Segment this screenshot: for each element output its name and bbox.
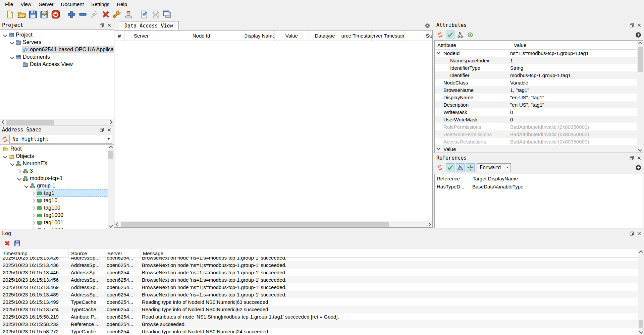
log-row[interactable]: 2025/10/23 16:15:58.219Attribute P...ope… (0, 313, 638, 320)
reference-row[interactable]: HasTypeD...BaseDataVariableType (435, 183, 643, 190)
tree-item-body[interactable]: Objects (8, 153, 108, 160)
dav-column-display-name[interactable]: Display Name (245, 31, 275, 41)
menu-item-document[interactable]: Document (57, 1, 88, 8)
log-row[interactable]: 2025/10/23 16:15:13.499TypeCacheopen6254… (0, 298, 638, 305)
remove-server-button[interactable] (77, 9, 89, 20)
dav-column-server-timestamp[interactable]: Server Timestamp (372, 31, 405, 41)
attribute-row-userrolepermissions[interactable]: UserRolePermissionsBadAttributeIdInvalid… (435, 130, 637, 138)
project-item-data-access-view[interactable]: Data Access View (0, 61, 114, 68)
tab-data-access-view[interactable]: Data Access View (119, 21, 179, 30)
menu-item-server[interactable]: Server (35, 1, 57, 8)
log-row[interactable]: 2025/10/23 16:15:13.489AddressSp...open6… (0, 291, 638, 298)
auto-update-icon[interactable] (446, 31, 454, 39)
menu-item-help[interactable]: Help (113, 1, 131, 8)
address-space-item-tag1000[interactable]: tag1000 (0, 212, 108, 219)
dav-column-server[interactable]: Server (125, 31, 158, 41)
tree-item-body[interactable]: tag10 (36, 197, 108, 204)
log-row[interactable]: 2025/10/23 16:15:58.272TypeCacheopen6254… (0, 328, 638, 335)
expander-icon[interactable] (31, 190, 36, 196)
expander-icon[interactable] (23, 183, 29, 188)
shutdown-button[interactable] (50, 9, 61, 20)
remove-document-button[interactable] (150, 9, 161, 20)
tree-item-body[interactable]: group-1 (29, 182, 108, 189)
scrollbar-thumb[interactable] (108, 151, 113, 159)
close-panel-icon[interactable] (106, 127, 112, 133)
hierarchy-icon[interactable] (456, 163, 465, 172)
clear-log-icon[interactable] (3, 239, 11, 248)
tree-item-body[interactable]: tag1 (36, 189, 108, 197)
scroll-down-icon[interactable] (637, 147, 643, 153)
expander-icon[interactable] (31, 198, 36, 203)
menu-item-view[interactable]: View (17, 1, 35, 8)
float-panel-icon[interactable] (629, 230, 635, 236)
address-space-item-neuronex[interactable]: NeuronEX (0, 160, 108, 167)
attribute-row-nodeid[interactable]: NodeIdns=1;s=modbus-tcp-1.group-1.tag1 (435, 49, 637, 57)
scroll-right-icon[interactable] (108, 119, 114, 125)
attribute-row-browsename[interactable]: BrowseName1, "tag1" (435, 86, 637, 94)
dav-column-statuscode[interactable]: Statuscode (405, 31, 433, 41)
attribute-row-userwritemask[interactable]: UserWriteMask0 (435, 116, 637, 123)
column-header-target-displayname[interactable]: Target DisplayName (470, 174, 643, 183)
tree-item-body[interactable]: Project (8, 31, 114, 39)
address-space-item-tag1002[interactable]: tag1002 (0, 226, 108, 229)
new-project-button[interactable] (4, 9, 16, 20)
expander-icon[interactable] (436, 146, 441, 152)
tree-item-body[interactable]: modbus-tcp-1 (22, 175, 108, 182)
attribute-row-displayname[interactable]: DisplayName"en-US", "tag1" (435, 94, 637, 101)
scrollbar-thumb[interactable] (638, 47, 643, 72)
expander-icon[interactable] (2, 154, 8, 159)
address-space-item-3[interactable]: 3 (0, 167, 108, 175)
log-row[interactable]: 2025/10/23 16:15:13.436AddressSp...open6… (0, 261, 638, 269)
tree-item-body[interactable]: Data Access View (22, 61, 114, 68)
log-row[interactable]: 2025/10/23 16:15:13.524TypeCacheopen6254… (0, 305, 638, 313)
add-icon[interactable] (634, 31, 643, 39)
dav-column-datatype[interactable]: Datatype (309, 31, 341, 41)
close-panel-icon[interactable] (636, 155, 642, 161)
expander-icon[interactable] (436, 50, 441, 56)
close-panel-icon[interactable] (636, 230, 642, 236)
expander-icon[interactable] (16, 168, 22, 174)
close-panel-icon[interactable] (636, 22, 642, 28)
collapse-tree-icon[interactable] (456, 31, 465, 39)
attribute-row-value[interactable]: Value (435, 145, 637, 153)
column-header-value[interactable]: Value (511, 41, 637, 49)
scroll-up-icon[interactable] (638, 249, 644, 255)
log-column-server[interactable]: Server (105, 249, 141, 257)
direction-dropdown[interactable]: Forward (477, 163, 511, 172)
float-panel-icon[interactable] (629, 155, 635, 161)
expander-icon[interactable] (31, 227, 36, 229)
tree-item-body[interactable]: tag1002 (36, 226, 108, 229)
auto-update-icon[interactable] (446, 163, 454, 172)
column-header-reference[interactable]: Reference (435, 174, 470, 183)
address-space-item-group-1[interactable]: group-1 (0, 182, 108, 189)
tree-item-body[interactable]: Servers (15, 39, 114, 46)
attribute-row-writemask[interactable]: WriteMask0 (435, 108, 637, 116)
scroll-right-icon[interactable] (427, 221, 432, 227)
address-space-item-modbus-tcp-1[interactable]: modbus-tcp-1 (0, 175, 108, 182)
address-space-item-tag1001[interactable]: tag1001 (0, 219, 108, 226)
expander-icon[interactable] (31, 205, 36, 211)
project-item-open62541-based-opc-ua-application[interactable]: open62541-based OPC UA Application (0, 46, 114, 53)
log-column-message[interactable]: Message (141, 249, 638, 257)
attribute-row-nodeclass[interactable]: NodeClassVariable (435, 79, 637, 86)
attribute-row-identifier[interactable]: Identifiermodbus-tcp-1.group-1.tag1 (435, 71, 637, 79)
scroll-left-icon[interactable] (114, 221, 120, 227)
address-space-item-tag1[interactable]: tag1 (0, 189, 108, 197)
scroll-up-icon[interactable] (108, 145, 114, 150)
log-row[interactable]: 2025/10/23 16:15:58.232Reference ...open… (0, 320, 638, 328)
disconnect-server-button[interactable] (100, 9, 111, 20)
close-panel-icon[interactable] (106, 22, 112, 28)
project-item-project[interactable]: Project (0, 31, 114, 39)
project-item-documents[interactable]: Documents (0, 53, 114, 61)
target-cross-icon[interactable] (466, 163, 475, 172)
attribute-row-description[interactable]: Description"en-US", "tag1" (435, 101, 637, 108)
scrollbar-thumb[interactable] (6, 120, 54, 125)
tree-item-body[interactable]: tag1000 (36, 212, 108, 219)
log-column-source[interactable]: Source (69, 249, 105, 257)
scroll-up-icon[interactable] (637, 41, 643, 46)
highlight-filter-dropdown[interactable]: No Highlight (9, 135, 112, 144)
refresh-icon[interactable] (436, 31, 444, 39)
address-space-item-objects[interactable]: Objects (0, 153, 108, 160)
dav-column-source-timestamp[interactable]: Source Timestamp (341, 31, 372, 41)
connect-server-button[interactable] (89, 9, 100, 20)
